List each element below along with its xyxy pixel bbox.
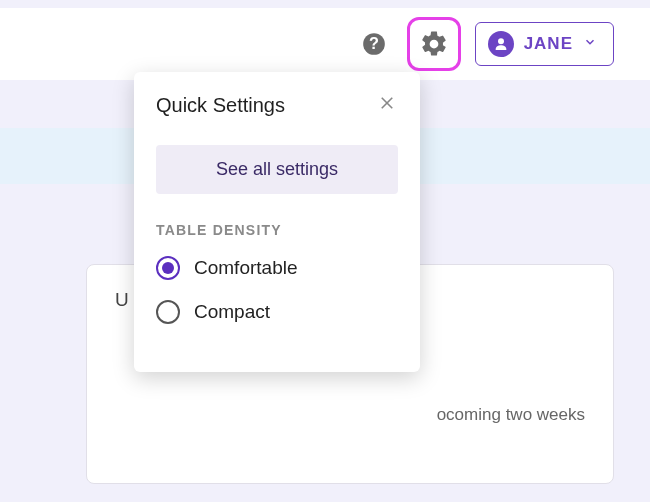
quick-settings-popover: Quick Settings See all settings TABLE DE… (134, 72, 420, 372)
svg-point-2 (498, 38, 504, 44)
user-name-label: JANE (524, 34, 573, 54)
density-option-compact[interactable]: Compact (156, 300, 398, 324)
user-menu-button[interactable]: JANE (475, 22, 614, 66)
density-section-label: TABLE DENSITY (156, 222, 398, 238)
settings-button-highlight (407, 17, 461, 71)
close-icon[interactable] (376, 92, 398, 119)
see-all-settings-button[interactable]: See all settings (156, 145, 398, 194)
chevron-down-icon (583, 35, 597, 53)
top-toolbar: ? JANE (0, 8, 650, 80)
svg-text:?: ? (369, 34, 379, 52)
card-partial-subtext: ocoming two weeks (437, 405, 585, 425)
radio-selected-icon (156, 256, 180, 280)
gear-icon[interactable] (415, 25, 453, 63)
radio-label: Compact (194, 301, 270, 323)
help-icon[interactable]: ? (355, 25, 393, 63)
radio-unselected-icon (156, 300, 180, 324)
radio-label: Comfortable (194, 257, 298, 279)
density-option-comfortable[interactable]: Comfortable (156, 256, 398, 280)
avatar-icon (488, 31, 514, 57)
popover-header: Quick Settings (156, 92, 398, 119)
popover-title: Quick Settings (156, 94, 285, 117)
